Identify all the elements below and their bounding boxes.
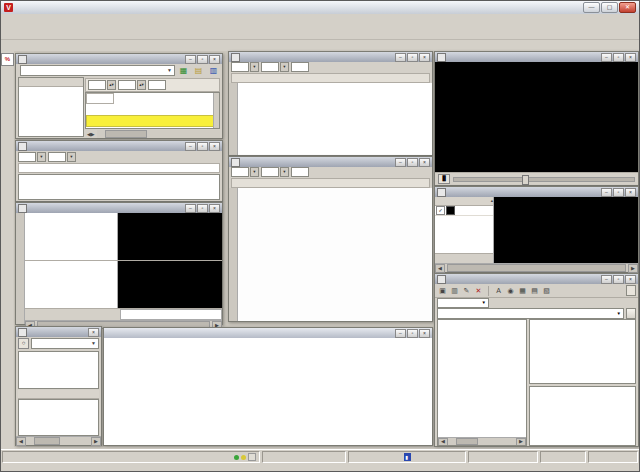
panel-minimize-button[interactable]: – xyxy=(601,53,612,62)
h-scrollbar-thumb[interactable] xyxy=(456,438,478,445)
panel-minimize-button[interactable]: – xyxy=(185,204,196,213)
window-titlebar[interactable]: V — ▢ ✕ xyxy=(1,1,639,15)
delete-icon[interactable]: ✕ xyxy=(473,286,484,296)
axis-x-spinner[interactable] xyxy=(231,167,249,177)
axis-x-spinner[interactable] xyxy=(231,62,249,72)
diagnostics-titlebar[interactable]: –▫× xyxy=(435,274,638,284)
sort-icon[interactable]: ▴ xyxy=(491,197,493,205)
panel-minimize-button[interactable]: – xyxy=(395,329,406,338)
spin-buttons[interactable]: ▴▾ xyxy=(137,80,146,90)
oscilloscope-top[interactable] xyxy=(118,213,222,260)
map-table-titlebar[interactable]: –▫× xyxy=(229,52,432,62)
param-grid-icon[interactable]: ▦ xyxy=(177,65,190,76)
scroll-left-icon[interactable]: ◀ xyxy=(438,438,448,446)
h-scrollbar-thumb[interactable] xyxy=(34,437,60,445)
panel-maximize-button[interactable]: ▫ xyxy=(407,53,418,62)
h-scrollbar-thumb[interactable] xyxy=(447,264,626,272)
edit-icon[interactable]: ✎ xyxy=(461,286,472,296)
param-export-icon[interactable]: ▥ xyxy=(207,65,220,76)
multimedia-titlebar[interactable]: –▫× xyxy=(435,52,638,62)
panel-close-button[interactable]: × xyxy=(209,204,220,213)
example-model-titlebar[interactable]: –▫× xyxy=(104,328,432,338)
axis-y-spinner[interactable] xyxy=(118,80,136,90)
diagnostic-parameter-titlebar[interactable]: –▫× xyxy=(16,141,222,151)
panel-minimize-button[interactable]: – xyxy=(395,53,406,62)
panel-minimize-button[interactable]: – xyxy=(185,142,196,151)
surface-plot[interactable] xyxy=(238,188,432,321)
vertical-scrollbar[interactable] xyxy=(213,93,219,128)
grid-icon[interactable]: ▦ xyxy=(517,286,528,296)
spin-buttons[interactable]: ▾ xyxy=(250,62,259,72)
maximize-button[interactable]: ▢ xyxy=(601,2,618,13)
content-of-select[interactable]: ▼ xyxy=(20,65,175,76)
online-toggle-button[interactable] xyxy=(626,285,636,296)
panel-minimize-button[interactable]: – xyxy=(601,188,612,197)
panel-maximize-button[interactable]: ▫ xyxy=(613,188,624,197)
value-spinner[interactable] xyxy=(291,62,309,72)
panel-maximize-button[interactable]: ▫ xyxy=(407,158,418,167)
digital-signal-row[interactable]: ✓ xyxy=(435,206,493,216)
scroll-left-icon[interactable]: ◀ xyxy=(435,264,445,273)
panel-close-button[interactable]: × xyxy=(209,55,220,64)
model-explorer-titlebar[interactable]: × xyxy=(16,327,101,337)
request-select[interactable]: ▼ xyxy=(437,308,624,319)
value-grid[interactable] xyxy=(85,92,220,129)
panel-minimize-button[interactable]: – xyxy=(395,158,406,167)
symbolic-select[interactable]: ▼ xyxy=(437,298,489,308)
param-folder-icon[interactable]: ▤ xyxy=(192,65,205,76)
index-spinner[interactable] xyxy=(18,152,36,162)
graph-panel-titlebar[interactable]: –▫× xyxy=(16,203,222,213)
minimize-button[interactable]: — xyxy=(583,2,600,13)
count-spinner[interactable] xyxy=(48,152,66,162)
spin-buttons[interactable]: ▾ xyxy=(67,152,76,162)
parameter-explorer-titlebar[interactable]: –▫× xyxy=(16,54,222,64)
spin-buttons[interactable]: ▴▾ xyxy=(107,80,116,90)
close-button[interactable]: ✕ xyxy=(619,2,636,13)
scroll-left-icon[interactable]: ◀ xyxy=(16,437,26,446)
scroll-right-icon[interactable]: ▶ xyxy=(91,437,101,446)
panel-maximize-button[interactable]: ▫ xyxy=(613,275,624,284)
axis-y-spinner[interactable] xyxy=(261,167,279,177)
value-cell[interactable] xyxy=(86,93,114,104)
panel-maximize-button[interactable]: ▫ xyxy=(197,142,208,151)
panel-close-button[interactable]: × xyxy=(419,329,430,338)
spin-buttons[interactable]: ▾ xyxy=(280,167,289,177)
list-icon[interactable]: ▤ xyxy=(529,286,540,296)
panel-minimize-button[interactable]: – xyxy=(601,275,612,284)
execute-button[interactable] xyxy=(626,308,636,319)
h-scrollbar-thumb[interactable] xyxy=(105,130,147,138)
axis-x-spinner[interactable] xyxy=(88,80,106,90)
panel-close-button[interactable]: × xyxy=(209,142,220,151)
report-icon[interactable]: ▧ xyxy=(541,286,552,296)
scroll-right-icon[interactable]: ▶ xyxy=(628,264,638,273)
binoculars-icon[interactable]: ◉ xyxy=(505,286,516,296)
simulink-diagram[interactable] xyxy=(104,338,432,445)
panel-maximize-button[interactable]: ▫ xyxy=(197,204,208,213)
digital-titlebar[interactable]: –▫× xyxy=(435,187,638,197)
panel-maximize-button[interactable]: ▫ xyxy=(197,55,208,64)
oscilloscope-bottom[interactable] xyxy=(118,261,222,308)
scroll-right-icon[interactable]: ▶ xyxy=(516,438,526,446)
panel-close-button[interactable]: × xyxy=(625,188,636,197)
video-seek-thumb[interactable] xyxy=(522,175,529,185)
selected-value-cell[interactable] xyxy=(86,115,214,127)
video-play-button[interactable]: ▐▌ xyxy=(438,174,450,184)
search-icon[interactable]: ○ xyxy=(18,338,29,349)
model-search-input[interactable]: ▼ xyxy=(31,338,99,349)
window-icon[interactable]: ▣ xyxy=(437,286,448,296)
signal-checkbox[interactable]: ✓ xyxy=(436,206,445,215)
tab-scroll-left-icon[interactable]: ◀▶ xyxy=(85,131,97,137)
calibration-map-grid[interactable] xyxy=(238,83,432,155)
panel-close-button[interactable]: × xyxy=(625,275,636,284)
panel-close-button[interactable]: × xyxy=(625,53,636,62)
spin-buttons[interactable]: ▾ xyxy=(37,152,46,162)
panel-minimize-button[interactable]: – xyxy=(185,55,196,64)
digital-plot[interactable] xyxy=(494,197,638,263)
value-spinner[interactable] xyxy=(291,167,309,177)
video-seek-slider[interactable] xyxy=(453,177,635,182)
map-3d-titlebar[interactable]: –▫× xyxy=(229,157,432,167)
panel-maximize-button[interactable]: ▫ xyxy=(613,53,624,62)
spin-buttons[interactable]: ▾ xyxy=(280,62,289,72)
panel-close-button[interactable]: × xyxy=(419,53,430,62)
panel-maximize-button[interactable]: ▫ xyxy=(407,329,418,338)
